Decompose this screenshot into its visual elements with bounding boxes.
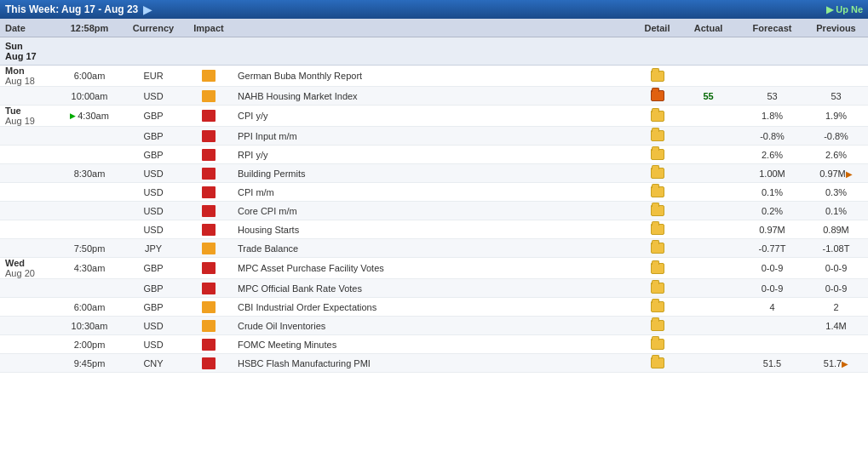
event-impact	[183, 186, 234, 198]
nav-arrow[interactable]: ▶	[143, 3, 152, 16]
folder-icon[interactable]	[651, 130, 664, 141]
prev-arrow-icon: ▶	[846, 169, 853, 179]
folder-icon[interactable]	[651, 224, 664, 235]
day-name: Wed	[5, 258, 55, 268]
event-detail[interactable]	[638, 224, 676, 235]
event-currency: USD	[124, 187, 183, 197]
event-detail[interactable]	[638, 320, 676, 331]
folder-icon[interactable]	[651, 71, 664, 82]
event-detail[interactable]	[638, 186, 676, 197]
table-row: Mon Aug 18 6:00amEURGerman Buba Monthly …	[0, 66, 868, 87]
impact-icon	[202, 110, 216, 122]
event-detail[interactable]	[638, 71, 676, 82]
event-impact	[183, 301, 234, 313]
event-detail[interactable]	[638, 301, 676, 312]
header-date: Date	[0, 23, 55, 33]
folder-icon[interactable]	[651, 301, 664, 312]
table-row: USDCore CPI m/m0.2%0.1%	[0, 202, 868, 220]
event-previous: 2	[804, 302, 868, 312]
folder-icon[interactable]	[651, 205, 664, 216]
event-name: MPC Asset Purchase Facility Votes	[234, 263, 638, 273]
event-currency: USD	[124, 225, 183, 235]
event-currency: EUR	[124, 71, 183, 81]
event-previous: -1.08T	[804, 243, 868, 254]
event-detail[interactable]	[638, 339, 676, 350]
event-impact	[183, 205, 234, 217]
folder-icon[interactable]	[651, 283, 664, 294]
event-currency: USD	[124, 206, 183, 216]
folder-icon[interactable]	[651, 263, 664, 274]
event-currency: JPY	[124, 243, 183, 254]
folder-icon[interactable]	[651, 339, 664, 350]
event-detail[interactable]	[638, 130, 676, 141]
table-row: GBPRPI y/y2.6%2.6%	[0, 146, 868, 164]
table-row: GBPPPI Input m/m-0.8%-0.8%	[0, 127, 868, 146]
folder-icon[interactable]	[651, 149, 664, 160]
time-value: 2:00pm	[74, 340, 106, 350]
folder-icon[interactable]	[651, 357, 664, 368]
impact-icon	[202, 262, 216, 274]
event-impact	[183, 224, 234, 236]
event-detail[interactable]	[638, 111, 676, 122]
event-impact	[183, 70, 234, 82]
header-previous: Previous	[804, 23, 868, 33]
table-row: 10:00amUSDNAHB Housing Market Index55535…	[0, 87, 868, 106]
event-detail[interactable]	[638, 243, 676, 254]
day-date: Aug 18	[5, 76, 55, 86]
folder-icon[interactable]	[651, 111, 664, 122]
event-forecast: -0.77T	[740, 243, 804, 254]
event-previous: 0.3%	[804, 187, 868, 197]
impact-icon	[202, 301, 216, 313]
event-previous: 1.9%	[804, 111, 868, 121]
event-time: 4:30am	[55, 263, 124, 273]
event-detail[interactable]	[638, 357, 676, 368]
time-indicator: ▶	[70, 111, 76, 120]
event-forecast: 1.00M	[740, 169, 804, 179]
event-name: Trade Balance	[234, 243, 638, 254]
folder-icon[interactable]	[651, 186, 664, 197]
folder-icon[interactable]	[651, 320, 664, 331]
event-detail[interactable]	[638, 149, 676, 160]
table-row: 2:00pmUSDFOMC Meeting Minutes	[0, 335, 868, 354]
event-impact	[183, 90, 234, 102]
impact-icon	[202, 224, 216, 236]
event-detail[interactable]	[638, 168, 676, 179]
day-date: Aug 17	[5, 51, 37, 61]
folder-icon[interactable]	[651, 90, 664, 101]
event-forecast: 51.5	[740, 358, 804, 368]
event-impact	[183, 168, 234, 180]
header-detail: Detail	[638, 23, 676, 33]
event-currency: GBP	[124, 111, 183, 121]
event-time: 10:30am	[55, 321, 124, 331]
table-row: Wed Aug 20 4:30amGBPMPC Asset Purchase F…	[0, 258, 868, 279]
table-row: 6:00amGBPCBI Industrial Order Expectatio…	[0, 298, 868, 317]
event-detail[interactable]	[638, 205, 676, 216]
event-time: 9:45pm	[55, 358, 124, 368]
table-row: USDCPI m/m0.1%0.3%	[0, 183, 868, 202]
impact-icon	[202, 357, 216, 369]
event-name: Housing Starts	[234, 225, 638, 235]
event-time: ▶4:30am	[55, 111, 124, 121]
event-name: HSBC Flash Manufacturing PMI	[234, 358, 638, 368]
time-value: 4:30am	[74, 263, 106, 273]
table-row: 7:50pmJPYTrade Balance-0.77T-1.08T	[0, 239, 868, 258]
event-forecast: 4	[740, 302, 804, 312]
event-time: 7:50pm	[55, 243, 124, 254]
event-currency: GBP	[124, 131, 183, 141]
folder-icon[interactable]	[651, 243, 664, 254]
event-name: Building Permits	[234, 169, 638, 179]
table-row: GBPMPC Official Bank Rate Votes0-0-90-0-…	[0, 279, 868, 298]
time-value: 9:45pm	[74, 358, 106, 368]
event-previous: 0.89M	[804, 225, 868, 235]
event-detail[interactable]	[638, 283, 676, 294]
folder-icon[interactable]	[651, 168, 664, 179]
event-forecast: 0-0-9	[740, 283, 804, 294]
event-detail[interactable]	[638, 263, 676, 274]
event-time: 6:00am	[55, 302, 124, 312]
title-bar: This Week: Aug 17 - Aug 23 ▶ ▶ Up Ne	[0, 0, 868, 19]
day-label: Tue Aug 19	[0, 106, 55, 126]
column-headers: Date 12:58pm Currency Impact Detail Actu…	[0, 19, 868, 37]
event-currency: GBP	[124, 283, 183, 294]
event-detail[interactable]	[638, 90, 676, 101]
event-forecast: 0.97M	[740, 225, 804, 235]
